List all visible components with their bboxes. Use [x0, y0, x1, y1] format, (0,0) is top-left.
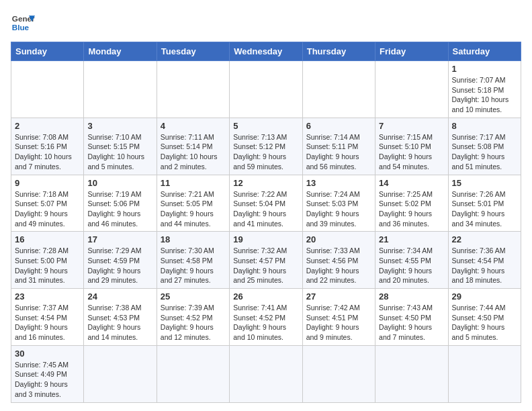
- calendar-cell: [157, 61, 229, 118]
- logo-icon: General Blue: [11, 11, 35, 35]
- calendar-cell: 16Sunrise: 7:28 AM Sunset: 5:00 PM Dayli…: [11, 232, 84, 289]
- day-info: Sunrise: 7:21 AM Sunset: 5:05 PM Dayligh…: [161, 189, 226, 229]
- calendar-cell: 2Sunrise: 7:08 AM Sunset: 5:16 PM Daylig…: [11, 118, 84, 175]
- calendar-cell: 3Sunrise: 7:10 AM Sunset: 5:15 PM Daylig…: [84, 118, 157, 175]
- day-number: 15: [452, 178, 517, 188]
- calendar-cell: [230, 61, 302, 118]
- calendar-cell: 14Sunrise: 7:25 AM Sunset: 5:02 PM Dayli…: [375, 175, 448, 232]
- calendar-cell: 17Sunrise: 7:29 AM Sunset: 4:59 PM Dayli…: [84, 232, 157, 289]
- day-info: Sunrise: 7:24 AM Sunset: 5:03 PM Dayligh…: [306, 189, 371, 229]
- page-header: General Blue: [11, 11, 521, 35]
- calendar-cell: 10Sunrise: 7:19 AM Sunset: 5:06 PM Dayli…: [84, 175, 157, 232]
- weekday-header-sunday: Sunday: [11, 42, 84, 61]
- calendar-cell: [375, 345, 448, 402]
- calendar-cell: 27Sunrise: 7:42 AM Sunset: 4:51 PM Dayli…: [302, 289, 375, 346]
- calendar-cell: 1Sunrise: 7:07 AM Sunset: 5:18 PM Daylig…: [448, 61, 521, 118]
- day-info: Sunrise: 7:36 AM Sunset: 4:54 PM Dayligh…: [452, 246, 517, 285]
- day-number: 22: [452, 234, 517, 244]
- day-info: Sunrise: 7:44 AM Sunset: 4:50 PM Dayligh…: [452, 303, 517, 342]
- day-info: Sunrise: 7:22 AM Sunset: 5:04 PM Dayligh…: [233, 189, 298, 229]
- calendar-cell: [157, 345, 229, 402]
- calendar-cell: 5Sunrise: 7:13 AM Sunset: 5:12 PM Daylig…: [230, 118, 302, 175]
- day-info: Sunrise: 7:39 AM Sunset: 4:52 PM Dayligh…: [161, 303, 226, 342]
- day-number: 6: [306, 121, 371, 131]
- calendar-cell: 30Sunrise: 7:45 AM Sunset: 4:49 PM Dayli…: [11, 345, 84, 402]
- day-info: Sunrise: 7:07 AM Sunset: 5:18 PM Dayligh…: [452, 75, 517, 115]
- day-number: 24: [87, 291, 152, 302]
- calendar-cell: 29Sunrise: 7:44 AM Sunset: 4:50 PM Dayli…: [448, 289, 521, 346]
- day-number: 17: [87, 234, 152, 244]
- day-number: 19: [233, 234, 298, 244]
- calendar-cell: 25Sunrise: 7:39 AM Sunset: 4:52 PM Dayli…: [157, 289, 229, 346]
- calendar-cell: 18Sunrise: 7:30 AM Sunset: 4:58 PM Dayli…: [157, 232, 229, 289]
- calendar-cell: [448, 345, 521, 402]
- day-info: Sunrise: 7:14 AM Sunset: 5:11 PM Dayligh…: [306, 132, 371, 172]
- day-number: 25: [161, 291, 226, 302]
- weekday-header-tuesday: Tuesday: [157, 42, 229, 61]
- day-number: 29: [452, 291, 517, 302]
- day-number: 11: [161, 178, 226, 188]
- day-number: 8: [452, 121, 517, 131]
- calendar-cell: 11Sunrise: 7:21 AM Sunset: 5:05 PM Dayli…: [157, 175, 229, 232]
- calendar-cell: 4Sunrise: 7:11 AM Sunset: 5:14 PM Daylig…: [157, 118, 229, 175]
- day-number: 28: [379, 291, 444, 302]
- day-info: Sunrise: 7:30 AM Sunset: 4:58 PM Dayligh…: [161, 246, 226, 285]
- calendar-cell: 21Sunrise: 7:34 AM Sunset: 4:55 PM Dayli…: [375, 232, 448, 289]
- day-number: 12: [233, 178, 298, 188]
- calendar-cell: 9Sunrise: 7:18 AM Sunset: 5:07 PM Daylig…: [11, 175, 84, 232]
- day-info: Sunrise: 7:38 AM Sunset: 4:53 PM Dayligh…: [87, 303, 152, 342]
- calendar-cell: 15Sunrise: 7:26 AM Sunset: 5:01 PM Dayli…: [448, 175, 521, 232]
- day-info: Sunrise: 7:26 AM Sunset: 5:01 PM Dayligh…: [452, 189, 517, 229]
- calendar-cell: [230, 345, 302, 402]
- day-number: 7: [379, 121, 444, 131]
- calendar-cell: 28Sunrise: 7:43 AM Sunset: 4:50 PM Dayli…: [375, 289, 448, 346]
- day-number: 16: [15, 234, 80, 244]
- day-number: 3: [87, 121, 152, 131]
- day-number: 9: [15, 178, 80, 188]
- day-number: 1: [452, 64, 517, 74]
- day-info: Sunrise: 7:28 AM Sunset: 5:00 PM Dayligh…: [15, 246, 80, 285]
- calendar-cell: [375, 61, 448, 118]
- day-info: Sunrise: 7:42 AM Sunset: 4:51 PM Dayligh…: [306, 303, 371, 342]
- calendar-cell: 20Sunrise: 7:33 AM Sunset: 4:56 PM Dayli…: [302, 232, 375, 289]
- day-number: 4: [161, 121, 226, 131]
- day-info: Sunrise: 7:10 AM Sunset: 5:15 PM Dayligh…: [87, 132, 152, 172]
- calendar-cell: 26Sunrise: 7:41 AM Sunset: 4:52 PM Dayli…: [230, 289, 302, 346]
- calendar-table: SundayMondayTuesdayWednesdayThursdayFrid…: [11, 42, 521, 403]
- day-number: 26: [233, 291, 298, 302]
- calendar-cell: [84, 345, 157, 402]
- day-info: Sunrise: 7:13 AM Sunset: 5:12 PM Dayligh…: [233, 132, 298, 172]
- weekday-header-wednesday: Wednesday: [230, 42, 302, 61]
- calendar-cell: [84, 61, 157, 118]
- calendar-cell: 7Sunrise: 7:15 AM Sunset: 5:10 PM Daylig…: [375, 118, 448, 175]
- day-info: Sunrise: 7:17 AM Sunset: 5:08 PM Dayligh…: [452, 132, 517, 172]
- day-number: 13: [306, 178, 371, 188]
- day-info: Sunrise: 7:43 AM Sunset: 4:50 PM Dayligh…: [379, 303, 444, 342]
- svg-text:Blue: Blue: [12, 23, 30, 32]
- day-info: Sunrise: 7:33 AM Sunset: 4:56 PM Dayligh…: [306, 246, 371, 285]
- day-info: Sunrise: 7:29 AM Sunset: 4:59 PM Dayligh…: [87, 246, 152, 285]
- calendar-cell: [11, 61, 84, 118]
- calendar-cell: [302, 61, 375, 118]
- day-info: Sunrise: 7:45 AM Sunset: 4:49 PM Dayligh…: [15, 360, 80, 400]
- day-number: 2: [15, 121, 80, 131]
- calendar-cell: 8Sunrise: 7:17 AM Sunset: 5:08 PM Daylig…: [448, 118, 521, 175]
- day-number: 27: [306, 291, 371, 302]
- day-info: Sunrise: 7:15 AM Sunset: 5:10 PM Dayligh…: [379, 132, 444, 172]
- calendar-cell: 24Sunrise: 7:38 AM Sunset: 4:53 PM Dayli…: [84, 289, 157, 346]
- day-number: 18: [161, 234, 226, 244]
- day-number: 23: [15, 291, 80, 302]
- calendar-cell: 19Sunrise: 7:32 AM Sunset: 4:57 PM Dayli…: [230, 232, 302, 289]
- calendar-cell: 22Sunrise: 7:36 AM Sunset: 4:54 PM Dayli…: [448, 232, 521, 289]
- calendar-cell: [302, 345, 375, 402]
- day-number: 21: [379, 234, 444, 244]
- weekday-header-saturday: Saturday: [448, 42, 521, 61]
- day-number: 5: [233, 121, 298, 131]
- weekday-header-thursday: Thursday: [302, 42, 375, 61]
- day-info: Sunrise: 7:11 AM Sunset: 5:14 PM Dayligh…: [161, 132, 226, 172]
- day-info: Sunrise: 7:18 AM Sunset: 5:07 PM Dayligh…: [15, 189, 80, 229]
- day-number: 10: [87, 178, 152, 188]
- logo: General Blue: [11, 11, 38, 35]
- day-number: 30: [15, 349, 80, 359]
- calendar-cell: 13Sunrise: 7:24 AM Sunset: 5:03 PM Dayli…: [302, 175, 375, 232]
